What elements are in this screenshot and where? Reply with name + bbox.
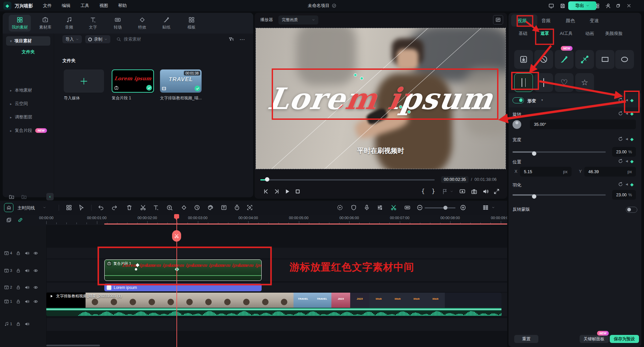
rotation-reset-icon[interactable] — [618, 111, 623, 116]
sidebar-item-4[interactable]: ▸复合片段NEW — [6, 126, 50, 135]
position-y-field[interactable]: 46.39px — [584, 167, 636, 177]
mark-in-button[interactable]: { — [421, 188, 425, 195]
timeline-horizontal-scrollbar[interactable] — [46, 345, 100, 346]
mute-icon[interactable] — [24, 321, 30, 327]
inspector-tab-1[interactable]: 视频 — [518, 16, 527, 25]
mute-icon[interactable] — [24, 299, 30, 304]
visibility-icon[interactable] — [33, 299, 38, 304]
transform-collapse-caret[interactable]: ▾ — [541, 98, 543, 102]
sidebar-item-folder[interactable]: 文件夹 — [5, 49, 52, 55]
mask-rectangle-button[interactable] — [596, 50, 614, 69]
save-preset-button[interactable]: 保存为预设 — [610, 335, 639, 343]
keyframe-prev-icon[interactable]: ◀ — [626, 137, 628, 141]
main-timeline-home-button[interactable] — [4, 203, 13, 212]
sidebar-item-2[interactable]: ▸云空间 — [6, 99, 50, 108]
lock-icon[interactable] — [16, 251, 21, 256]
zoom-in-icon[interactable] — [460, 204, 466, 211]
menu-3[interactable]: 工具 — [78, 2, 92, 10]
video-clip[interactable]: TRAVELTRAVEL20232023WalkWalkWalkWalk 文字排… — [46, 293, 501, 316]
save-icon[interactable] — [560, 3, 566, 9]
visibility-icon[interactable] — [33, 251, 38, 256]
mark-out-button[interactable]: } — [432, 188, 435, 195]
scopes-button[interactable] — [493, 15, 503, 24]
text-template-icon[interactable] — [221, 204, 227, 211]
mask-single-line-button[interactable] — [534, 73, 553, 92]
track-lane-4[interactable] — [46, 248, 507, 258]
inspector-subtab-2[interactable]: 遮罩 — [540, 31, 549, 37]
speed-tool-icon[interactable] — [194, 204, 200, 211]
media-tab-transition[interactable]: 转场 — [107, 15, 129, 32]
mask-pen-button[interactable] — [575, 50, 594, 69]
quality-select[interactable]: 完整画质 — [278, 15, 318, 24]
seek-bar[interactable]: 00:00:02:35 / 00:01:38:06 — [255, 176, 507, 184]
menu-4[interactable]: 视图 — [97, 2, 111, 10]
media-tab-media[interactable]: 我的素材 — [9, 15, 31, 32]
playhead-handle[interactable] — [174, 214, 179, 218]
audio-lane-1[interactable] — [46, 318, 507, 331]
marker-flag-icon[interactable] — [351, 204, 357, 211]
keyframe-panel-button[interactable]: 关键帧面板 — [580, 335, 609, 343]
play-button[interactable] — [284, 188, 290, 195]
mask-star-button[interactable]: ☆ — [575, 73, 594, 92]
menu-1[interactable]: 文件 — [40, 2, 54, 10]
previous-frame-button[interactable] — [263, 188, 269, 195]
media-item-compound-clip[interactable]: Lorem ipsum 复合片段 1 — [112, 69, 154, 101]
mask-draw-button[interactable] — [555, 50, 574, 69]
inspector-subtab-3[interactable]: AI工具 — [560, 31, 573, 37]
next-frame-button[interactable] — [273, 188, 280, 195]
inspector-subtab-1[interactable]: 基础 — [519, 31, 527, 37]
undo-icon[interactable] — [98, 204, 104, 211]
split-icon[interactable] — [140, 204, 146, 211]
render-preview-icon[interactable] — [337, 204, 343, 211]
mute-icon[interactable] — [24, 251, 30, 256]
width-reset-icon[interactable] — [618, 136, 623, 142]
lock-icon[interactable] — [16, 268, 21, 273]
duplicate-icon[interactable] — [6, 217, 12, 223]
menu-5[interactable]: 帮助 — [115, 2, 129, 10]
menu-2[interactable]: 编辑 — [59, 2, 73, 10]
minimize-button[interactable] — [605, 3, 610, 8]
position-keyframe-icon[interactable]: ◆ — [630, 159, 634, 163]
feather-value-field[interactable]: 23.00% — [612, 190, 636, 200]
track-height-icon[interactable] — [482, 204, 489, 211]
keyframe-tool-icon[interactable] — [181, 204, 187, 211]
position-reset-icon[interactable] — [618, 158, 623, 164]
redo-icon[interactable] — [111, 204, 118, 211]
delete-icon[interactable] — [126, 204, 132, 211]
app-logo[interactable]: ◆ — [3, 2, 11, 10]
close-button[interactable] — [627, 3, 631, 8]
mute-icon[interactable] — [24, 285, 30, 290]
visibility-icon[interactable] — [33, 268, 38, 273]
sidebar-item-1[interactable]: ▸本地素材 — [6, 86, 50, 95]
switch-device-icon[interactable] — [548, 3, 554, 9]
feather-keyframe-icon[interactable]: ◆ — [630, 182, 634, 187]
mask-handle[interactable] — [354, 74, 357, 76]
inspector-tab-4[interactable]: 变速 — [590, 16, 599, 25]
media-tab-template[interactable]: 模板 — [180, 15, 203, 32]
sidebar-item-3[interactable]: ▸调整图层 — [6, 113, 50, 121]
mask-double-line-button[interactable] — [514, 73, 533, 92]
marker-chevron-icon[interactable] — [450, 188, 453, 195]
zoom-out-icon[interactable] — [417, 204, 423, 211]
sidebar-item-project-media[interactable]: ▾项目素材 — [6, 36, 50, 46]
audio-mixer-icon[interactable] — [377, 204, 383, 211]
keyframe-prev-icon[interactable]: ◀ — [626, 183, 628, 186]
timeline-name-chevron-icon[interactable] — [43, 204, 46, 211]
auto-link-icon[interactable] — [17, 217, 23, 223]
timeline-zoom-slider[interactable] — [425, 207, 455, 208]
record-button[interactable]: 录制 — [85, 35, 110, 43]
fullscreen-button[interactable] — [493, 188, 500, 195]
volume-button[interactable] — [482, 188, 489, 195]
media-tab-text[interactable]: 文字 — [82, 15, 104, 32]
speech-to-text-icon[interactable] — [166, 204, 173, 211]
rotation-keyframe-icon[interactable]: ◆ — [630, 111, 634, 116]
lock-icon[interactable] — [16, 321, 21, 327]
visibility-icon[interactable] — [33, 285, 38, 290]
track-height-chevron-icon[interactable] — [492, 204, 495, 211]
mask-handle[interactable] — [408, 111, 410, 113]
color-tool-icon[interactable] — [207, 204, 214, 211]
timeline-name[interactable]: 主时间线 — [17, 205, 35, 211]
mask-import-button[interactable] — [514, 50, 533, 69]
rotation-value-field[interactable]: 35.00° — [530, 119, 636, 129]
filter-icon[interactable] — [228, 37, 234, 42]
